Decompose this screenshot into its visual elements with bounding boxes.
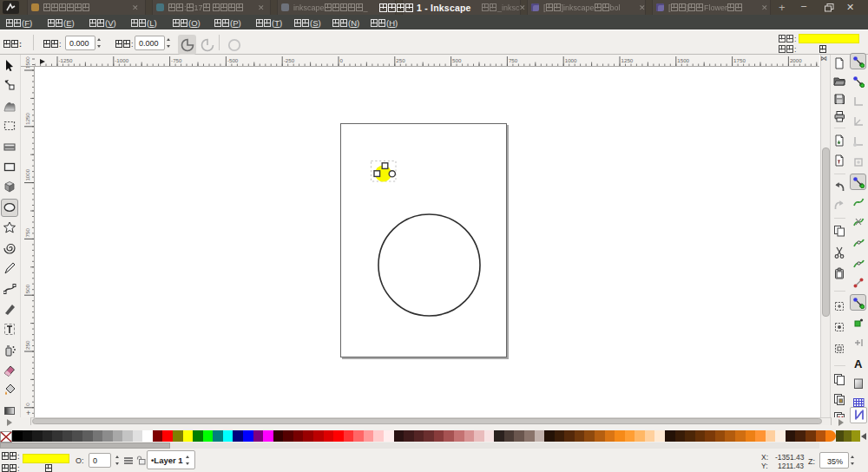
svg-text:500: 500 [452,57,462,63]
svg-text:1500: 1500 [24,56,30,69]
svg-text:1000: 1000 [565,57,577,63]
svg-text:250: 250 [396,57,405,63]
svg-text:-750: -750 [171,57,182,63]
svg-text:-500: -500 [227,57,239,63]
svg-text:-1000: -1000 [115,57,128,63]
svg-text:1250: 1250 [621,57,634,63]
svg-text:1000: 1000 [24,168,30,180]
svg-text:1750: 1750 [733,57,746,63]
svg-text:-250: -250 [284,57,295,63]
svg-text:0: 0 [24,403,30,406]
svg-text:750: 750 [509,57,518,63]
svg-text:0: 0 [340,57,344,63]
svg-text:750: 750 [24,228,30,238]
svg-text:250: 250 [24,340,30,350]
svg-text:-1250: -1250 [59,57,73,63]
svg-text:2000: 2000 [790,57,802,63]
svg-text:500: 500 [24,284,30,293]
svg-text:1500: 1500 [677,57,689,63]
svg-text:A: A [854,357,863,370]
svg-text:1250: 1250 [24,112,30,124]
